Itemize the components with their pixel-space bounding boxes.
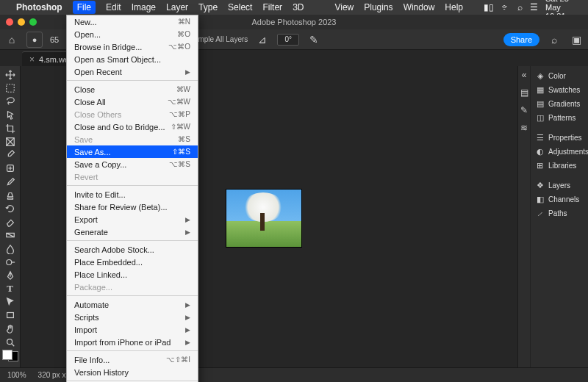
panel-properties[interactable]: ☰Properties <box>534 131 588 145</box>
menubar-item-3d[interactable]: 3D <box>293 2 304 12</box>
menu-item-open-recent[interactable]: Open Recent▶ <box>67 65 198 78</box>
lasso-tool[interactable] <box>2 96 18 107</box>
history-brush-tool[interactable] <box>2 203 18 215</box>
brush-tool[interactable] <box>2 176 18 188</box>
healing-brush-tool[interactable] <box>2 162 18 174</box>
menu-item-label: Close and Go to Bridge... <box>74 123 165 131</box>
share-button[interactable]: Share <box>503 33 539 46</box>
brush-size-value[interactable]: 65 <box>50 35 59 44</box>
blur-tool[interactable] <box>2 242 18 254</box>
menubar-item-window[interactable]: Window <box>404 2 435 12</box>
pen-tool[interactable] <box>2 270 18 281</box>
color-swatches[interactable] <box>2 350 18 361</box>
menubar-item-help[interactable]: Help <box>445 2 463 12</box>
close-window-button[interactable] <box>6 18 13 26</box>
rectangle-tool[interactable] <box>2 309 18 321</box>
menu-item-open-as-smart-object[interactable]: Open as Smart Object... <box>67 53 198 65</box>
eyedropper-tool[interactable] <box>2 149 18 161</box>
menu-item-invite-to-edit[interactable]: Invite to Edit... <box>67 188 198 201</box>
angle-icon[interactable]: ⊿ <box>255 32 270 47</box>
svg-rect-5 <box>7 313 13 318</box>
brush-preset[interactable]: ● <box>26 32 43 48</box>
menu-separator <box>67 381 198 381</box>
menu-item-search-adobe-stock[interactable]: Search Adobe Stock... <box>67 243 198 256</box>
menu-item-generate[interactable]: Generate▶ <box>67 226 198 238</box>
menu-item-save-as[interactable]: Save As...⇧⌘S <box>67 145 198 158</box>
battery-icon[interactable]: ▮▯ <box>484 2 494 12</box>
menubar-item-edit[interactable]: Edit <box>106 2 121 12</box>
menu-separator <box>67 295 198 296</box>
menu-item-save-a-copy[interactable]: Save a Copy...⌥⌘S <box>67 158 198 170</box>
menubar-item-image[interactable]: Image <box>132 2 156 12</box>
menu-item-close[interactable]: Close⌘W <box>67 83 198 96</box>
menu-item-share-for-review-beta[interactable]: Share for Review (Beta)... <box>67 201 198 213</box>
menubar-item-plugins[interactable]: Plugins <box>364 2 392 12</box>
pressure-icon[interactable]: ✎ <box>306 32 321 47</box>
marquee-tool[interactable] <box>2 82 18 94</box>
control-center-icon[interactable]: ☰ <box>530 2 538 12</box>
collapse-dock-icon[interactable]: « <box>518 69 530 81</box>
menubar-item-layer[interactable]: Layer <box>166 2 188 12</box>
wifi-icon[interactable]: ᯤ <box>501 2 510 12</box>
panel-channels[interactable]: ◧Channels <box>534 192 588 206</box>
panel-layers[interactable]: ❖Layers <box>534 179 588 192</box>
menu-item-version-history[interactable]: Version History <box>67 366 198 378</box>
brush-settings-panel-icon[interactable]: ≋ <box>518 122 530 134</box>
menu-item-open[interactable]: Open...⌘O <box>67 28 198 40</box>
brushes-panel-icon[interactable]: ✎ <box>518 104 530 116</box>
menu-item-place-linked[interactable]: Place Linked... <box>67 268 198 281</box>
menu-item-new[interactable]: New...⌘N <box>67 15 198 28</box>
quick-select-tool[interactable] <box>2 109 18 121</box>
menu-item-export[interactable]: Export▶ <box>67 213 198 226</box>
panel-paths[interactable]: ⟋Paths <box>534 206 588 220</box>
menu-item-file-info[interactable]: File Info...⌥⇧⌘I <box>67 353 198 366</box>
menubar-item-type[interactable]: Type <box>198 2 218 12</box>
menu-item-scripts[interactable]: Scripts▶ <box>67 311 198 323</box>
menu-item-automate[interactable]: Automate▶ <box>67 298 198 311</box>
dodge-tool[interactable] <box>2 256 18 268</box>
adjustments-panel-icon: ◐ <box>535 147 545 156</box>
history-panel-icon[interactable]: ▤ <box>518 87 530 98</box>
menu-item-place-embedded[interactable]: Place Embedded... <box>67 256 198 268</box>
move-tool[interactable] <box>2 69 18 81</box>
close-tab-icon[interactable]: × <box>29 54 35 65</box>
crop-tool[interactable] <box>2 123 18 134</box>
panel-adjustments[interactable]: ◐Adjustments <box>534 145 588 159</box>
search-app-icon[interactable]: ⌕ <box>547 32 562 47</box>
workspace-icon[interactable]: ▣ <box>569 32 584 47</box>
panel-patterns[interactable]: ◫Patterns <box>534 111 588 125</box>
panel-dock: « ▤ ✎ ≋ ◈Color▦Swatches▤Gradients◫Patter… <box>517 66 588 367</box>
zoom-tool[interactable] <box>2 336 18 348</box>
menubar-item-file[interactable]: File <box>73 1 96 14</box>
gradients-panel-icon: ▤ <box>535 99 545 109</box>
menubar-item-filter[interactable]: Filter <box>262 2 282 12</box>
menu-item-import-from-iphone-or-ipad[interactable]: Import from iPhone or iPad▶ <box>67 336 198 348</box>
panel-list: ◈Color▦Swatches▤Gradients◫Patterns ☰Prop… <box>531 66 588 367</box>
angle-value[interactable]: 0° <box>277 34 299 46</box>
search-icon[interactable]: ⌕ <box>517 2 523 12</box>
type-tool[interactable]: T <box>2 283 18 295</box>
eraser-tool[interactable] <box>2 216 18 228</box>
menubar-app[interactable]: Photoshop <box>16 2 62 12</box>
gradient-tool[interactable] <box>2 229 18 241</box>
hand-tool[interactable] <box>2 323 18 335</box>
panel-gradients[interactable]: ▤Gradients <box>534 97 588 111</box>
panel-color[interactable]: ◈Color <box>534 69 588 83</box>
menu-item-import[interactable]: Import▶ <box>67 323 198 336</box>
menubar-item-view[interactable]: View <box>334 2 354 12</box>
zoom-level[interactable]: 100% <box>7 371 26 379</box>
panel-swatches[interactable]: ▦Swatches <box>534 83 588 97</box>
panel-libraries[interactable]: ⊞Libraries <box>534 159 588 173</box>
zoom-window-button[interactable] <box>29 18 37 26</box>
menu-item-browse-in-bridge[interactable]: Browse in Bridge...⌥⌘O <box>67 40 198 53</box>
home-icon[interactable]: ⌂ <box>4 32 19 47</box>
path-select-tool[interactable] <box>2 296 18 308</box>
menu-separator <box>67 350 198 351</box>
minimize-window-button[interactable] <box>18 18 25 26</box>
menu-item-close-all[interactable]: Close All⌥⌘W <box>67 96 198 108</box>
menu-item-revert: Revert <box>67 170 198 183</box>
menubar-item-select[interactable]: Select <box>228 2 252 12</box>
clone-stamp-tool[interactable] <box>2 190 18 201</box>
menu-item-close-and-go-to-bridge[interactable]: Close and Go to Bridge...⇧⌘W <box>67 120 198 133</box>
frame-tool[interactable] <box>2 136 18 148</box>
